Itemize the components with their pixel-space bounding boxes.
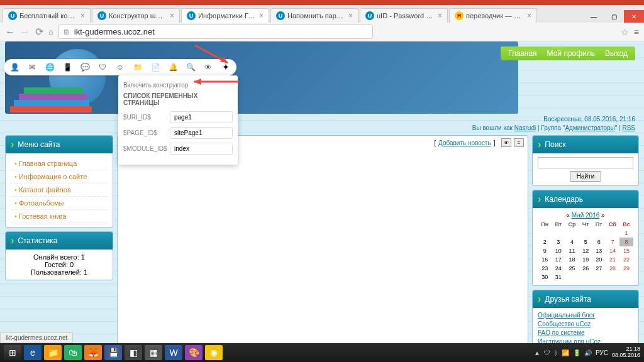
tab-close-icon[interactable]: × [438,11,442,20]
reload-button[interactable]: ⟳ [35,26,43,38]
tab-favicon: U [276,11,285,20]
cal-day[interactable]: 4 [565,238,579,246]
folder-icon[interactable]: 📁 [133,63,142,72]
var-value[interactable]: index [170,143,233,155]
list-icon[interactable]: ≡ [514,138,524,147]
tab-close-icon[interactable]: × [527,11,531,20]
menu-header: Меню сайта [6,136,113,153]
cal-day[interactable]: 23 [538,264,552,273]
doc-icon[interactable]: 📄 [151,63,160,72]
cal-next[interactable]: » [601,212,605,219]
browser-tab[interactable]: UНапомнить пароль× [270,8,358,23]
stats-online: Онлайн всего: 1 [11,253,108,261]
cal-day[interactable]: 11 [565,246,579,255]
browser-tab[interactable]: UБесплатный конструктор× [3,8,91,23]
cal-day[interactable]: 26 [579,264,592,273]
stats-guests: Гостей: 0 [11,261,108,268]
phone-icon[interactable]: 📱 [63,63,72,72]
forward-button[interactable]: → [20,26,30,38]
friend-link[interactable]: Официальный блог [538,312,633,319]
user-link[interactable]: Nasrudi [514,124,536,131]
site-header-image [5,41,518,114]
cal-day[interactable]: 20 [592,255,606,264]
cal-day[interactable]: 9 [538,246,552,255]
cal-day[interactable]: 31 [552,273,565,282]
friend-link[interactable]: FAQ по системе [538,329,633,336]
group-link[interactable]: Администраторы [565,124,614,131]
var-label: $PAGE_ID$ [123,129,166,136]
nav-profile[interactable]: Мой профиль [547,49,596,58]
bookmark-icon[interactable]: ☆ [621,27,629,37]
tab-close-icon[interactable]: × [348,11,353,20]
menu-item[interactable]: Главная страница [11,157,108,170]
menu-item[interactable]: Фотоальбомы [11,197,108,210]
browser-tab[interactable]: UКонструктор шаблонов -× [92,8,180,23]
cal-day[interactable]: 29 [619,264,633,273]
shield-icon[interactable]: 🛡 [98,63,107,72]
cal-day[interactable]: 8 [619,238,633,246]
cal-day[interactable]: 7 [606,238,619,246]
cal-day[interactable]: 12 [579,246,592,255]
back-button[interactable]: ← [5,26,15,38]
menu-item[interactable]: Каталог файлов [11,184,108,197]
cal-day[interactable]: 2 [538,238,552,246]
var-value[interactable]: sitePage1 [170,127,233,139]
mail-icon[interactable]: ✉ [28,63,36,72]
cal-prev[interactable]: « [566,212,570,219]
bell-icon[interactable]: 🔔 [169,63,177,72]
url-input[interactable]: 🗎 ikt-gudermes.ucoz.net [58,25,373,39]
user-icon[interactable]: 👤 [10,63,19,72]
cal-day[interactable]: 10 [552,246,565,255]
browser-tab[interactable]: Япереводчик — Яндекс: н× [449,8,537,23]
add-news-link[interactable]: Добавить новость [438,140,491,146]
cal-day[interactable]: 27 [592,264,606,273]
cal-day[interactable]: 16 [538,255,552,264]
tab-close-icon[interactable]: × [259,11,264,20]
cal-month[interactable]: Май 2016 [572,212,600,219]
globe-icon[interactable]: 🌐 [45,63,54,72]
cal-day[interactable]: 22 [619,255,633,264]
search-button[interactable]: Найти [570,171,602,182]
close-button[interactable]: ✕ [624,10,644,23]
search-block: Поиск Найти [532,135,639,186]
search-input[interactable] [538,157,633,168]
cal-day[interactable]: 28 [606,264,619,273]
home-button[interactable]: ⌂ [48,27,53,36]
nav-home[interactable]: Главная [508,49,537,58]
var-value[interactable]: page1 [170,111,233,123]
friend-link[interactable]: Инструкции для uCoz [538,338,633,343]
browser-tab[interactable]: UИнформатики Гудермес× [181,8,269,23]
cal-day[interactable]: 5 [579,238,592,246]
friend-link[interactable]: Сообщество uCoz [538,321,633,327]
rss-link[interactable]: RSS [622,124,635,131]
cal-day[interactable]: 14 [606,246,619,255]
cal-day[interactable]: 13 [592,246,606,255]
menu-item[interactable]: Информация о сайте [11,170,108,184]
view-icon[interactable]: 👁 [501,138,511,147]
cal-day[interactable]: 19 [579,255,592,264]
tab-title: uID - Password reminding [377,12,434,19]
minimize-button[interactable]: — [584,10,604,23]
cal-day[interactable]: 18 [565,255,579,264]
cal-day[interactable]: 3 [552,238,565,246]
cal-day[interactable]: 21 [606,255,619,264]
maximize-button[interactable]: ▢ [604,10,624,23]
cal-day[interactable]: 30 [538,273,552,282]
cal-day[interactable]: 6 [592,238,606,246]
cal-day[interactable]: 1 [619,229,633,238]
tab-close-icon[interactable]: × [80,11,85,20]
annotation-arrow-1 [189,41,239,69]
browser-status-bar: ikt-gudermes.ucoz.net [0,332,73,343]
nav-exit[interactable]: Выход [605,49,628,58]
comment-icon[interactable]: 💬 [80,63,89,72]
menu-item[interactable]: Гостевая книга [11,210,108,223]
cal-day[interactable]: 25 [565,264,579,273]
cal-day[interactable]: 15 [619,246,633,255]
cal-day[interactable]: 24 [552,264,565,273]
tab-close-icon[interactable]: × [170,11,174,20]
smile-icon[interactable]: ☺ [116,63,125,72]
cal-day[interactable]: 17 [552,255,565,264]
page-icon: 🗎 [63,28,70,36]
menu-icon[interactable]: ≡ [634,27,639,37]
browser-tab[interactable]: UuID - Password reminding× [360,8,448,23]
